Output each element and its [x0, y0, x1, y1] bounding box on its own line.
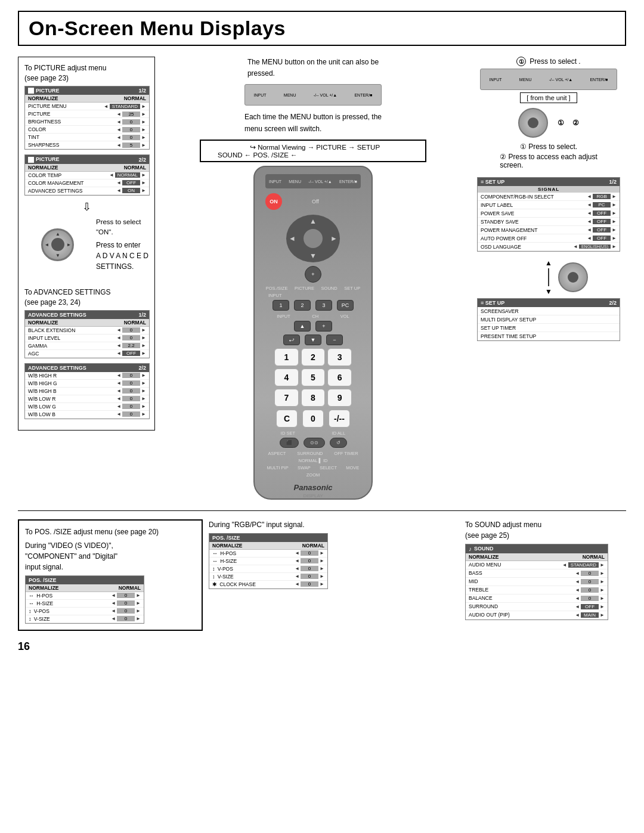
setup-menu-row: POWER MANAGEMENT ◄OFF►	[478, 226, 620, 234]
num-1[interactable]: 1	[274, 348, 299, 366]
sound-row: MID ◄0►	[466, 578, 608, 586]
ch-vol-row-2: ⮐ ▼ −	[265, 335, 361, 345]
press-select-row: ① Press to select .	[516, 57, 580, 66]
vol-minus[interactable]: −	[326, 335, 343, 345]
advanced-menu-1-header: ADVANCED SETTINGS 1/2	[25, 311, 149, 319]
note-icon: ♪	[469, 546, 472, 552]
sound-row: SURROUND ◄OFF►	[466, 603, 608, 611]
swap-label: SWAP	[298, 465, 311, 470]
unit-nav-dial-1[interactable]	[518, 108, 548, 138]
left-column: To PICTURE adjust menu (see page 23) PIC…	[18, 57, 161, 436]
btn-pc[interactable]: PC	[337, 300, 354, 311]
off-timer-btn[interactable]: ↺	[330, 438, 347, 448]
num-8[interactable]: 8	[301, 389, 326, 407]
picture-menu-1-header: PICTURE 1/2	[25, 86, 149, 95]
sound-menu: ♪ SOUND NORMALIZE NORMAL AUDIO MENU ◄STA…	[465, 544, 608, 620]
right-nav-dials: ① ②	[518, 106, 578, 140]
back-btn[interactable]: ⮐	[283, 335, 300, 345]
num-5[interactable]: 5	[301, 368, 326, 386]
btn-0[interactable]: 0	[302, 410, 324, 428]
remote-top-bar: INPUT MENU -/-- VOL +/▲ ENTER/■	[265, 174, 361, 189]
down-arrow: ⇩	[24, 200, 148, 213]
ch-down[interactable]: ▼	[305, 335, 321, 345]
id-all-label: ID ALL	[332, 431, 346, 436]
setup-menu-1: ≡ SET UP 1/2 SIGNAL COMPONENT/RGB-IN SEL…	[477, 177, 620, 252]
plus-button[interactable]: +	[305, 266, 321, 283]
vol-plus[interactable]: +	[315, 321, 332, 332]
remote-display-label: DISPLAY	[303, 493, 323, 498]
c-0-row: C 0 -/--	[265, 410, 361, 428]
btn-1-top[interactable]: 1	[273, 300, 289, 311]
pos-size-video-title: During "VIDEO (S VIDEO)", "COMPONENT" an…	[25, 540, 196, 572]
setup-menu-row: STANDBY SAVE ◄OFF►	[478, 218, 620, 226]
surround-btn[interactable]: ⊙⊙	[304, 438, 325, 448]
ch-up[interactable]: ▲	[294, 321, 311, 332]
picture-text: To PICTURE adjust menu (see page 23)	[24, 63, 148, 83]
multi-pip-label: MULTI PIP	[267, 465, 289, 470]
id-labels: ID SET ID ALL	[262, 431, 364, 436]
setup-menu-row-timer: SET UP TIMER	[478, 324, 620, 332]
normalize-bar-2: NORMALIZE NORMAL	[25, 164, 149, 172]
setup-menu-row-multi: MULTI DISPLAY SETUP	[478, 315, 620, 324]
instr-text-1: The MENU button on the unit can also be …	[247, 57, 379, 79]
sound-row: TREBLE ◄0►	[466, 586, 608, 594]
pos-row: ↔ H-SIZE ◄0►	[209, 558, 327, 565]
nav-up-arrow: ▲	[309, 217, 317, 225]
plus-minus-row: +	[265, 266, 361, 283]
aspect-row: ⬛ ⊙⊙ ↺	[265, 438, 361, 448]
aspect-label: ASPECT	[268, 451, 286, 456]
function-label-row: POS./SIZE PICTURE SOUND SET UP	[262, 286, 364, 291]
pos-row: ↕ V-SIZE ◄0►	[209, 573, 327, 581]
nav-dial-left[interactable]: ▲ ▼ ◄ ►	[41, 228, 74, 261]
num-9[interactable]: 9	[327, 389, 352, 407]
normalize-bar-sound: NORMALIZE NORMAL	[466, 553, 608, 561]
btn-2-top[interactable]: 2	[294, 300, 311, 311]
bottom-section: To POS. /SIZE adjust menu (see page 20) …	[18, 510, 626, 631]
num-6[interactable]: 6	[327, 368, 352, 386]
flow-container: ​ ↪ Normal Viewing → PICTURE → SETUP SOU…	[200, 140, 426, 162]
bottom-left-box: To POS. /SIZE adjust menu (see page 20) …	[18, 519, 203, 631]
move-label: MOVE	[346, 465, 359, 470]
bottom-right: To SOUND adjust menu (see page 25) ♪ SOU…	[465, 519, 626, 620]
left-outer-box: To PICTURE adjust menu (see page 23) PIC…	[18, 57, 155, 431]
on-button[interactable]: ON	[265, 193, 282, 210]
remote-menu-label: MENU	[289, 179, 301, 184]
menu-row: W/B LOW R ◄0►	[25, 395, 149, 403]
menu-row: COLOR TEMP ◄NORMAL►	[25, 172, 149, 179]
aspect-label-row: ASPECT SURROUND OFF TIMER	[262, 451, 364, 456]
num-3[interactable]: 3	[327, 348, 352, 366]
rgb-pc-text: During "RGB/PC" input signal.	[209, 519, 459, 530]
normal-id-row: NORMAL ▌ ID	[262, 458, 364, 463]
nav-center-btn[interactable]	[304, 229, 323, 248]
unit-nav-inner-1	[528, 117, 538, 128]
sound-text: To SOUND adjust menu (see page 25)	[465, 519, 626, 541]
menu-row: PICTURE MENU ◄STANDARD►	[25, 103, 149, 110]
vertical-arrow: ▲ ▼	[545, 259, 588, 296]
pos-row: ↔ H-POS ◄0►	[26, 592, 144, 600]
menu-row: AGC ◄OFF►	[25, 350, 149, 358]
off-label: Off	[312, 199, 319, 205]
remote-nav-ring[interactable]: ▲ ▼ ◄ ►	[286, 215, 340, 262]
num-4[interactable]: 4	[274, 368, 299, 386]
multi-pip-row: MULTI PIP SWAP SELECT MOVE	[262, 465, 364, 470]
pos-menu-2-header: POS. /SIZE	[209, 534, 327, 542]
num-2[interactable]: 2	[301, 348, 326, 366]
num-7[interactable]: 7	[274, 389, 299, 407]
btn-c[interactable]: C	[276, 410, 298, 428]
remote-on-off: ON Off	[265, 193, 361, 210]
nav-left-arrow: ◄	[289, 234, 296, 243]
picture-menu-2-header: PICTURE 2/2	[25, 155, 149, 164]
normalize-bar-pos2: NORMALIZE NORMAL	[209, 542, 327, 550]
instr-text-2: Each time the MENU button is pressed, th…	[244, 112, 382, 134]
off-timer-label: OFF TIMER	[334, 451, 358, 456]
btn-3-top[interactable]: 3	[315, 300, 332, 311]
aspect-btn[interactable]: ⬛	[280, 438, 299, 448]
unit-nav-dial-right[interactable]	[558, 262, 588, 292]
pos-row: ↕ V-POS ◄0►	[26, 608, 144, 615]
menu-row: COLOR ◄0►	[25, 126, 149, 134]
btn-dash[interactable]: -/--	[329, 410, 350, 428]
from-unit-label: [ from the unit ]	[520, 92, 577, 103]
setup-menu-row: INPUT LABEL ◄PC►	[478, 201, 620, 209]
menu-row: W/B LOW B ◄0►	[25, 411, 149, 419]
pos-row: ↔ H-POS ◄0►	[209, 550, 327, 558]
